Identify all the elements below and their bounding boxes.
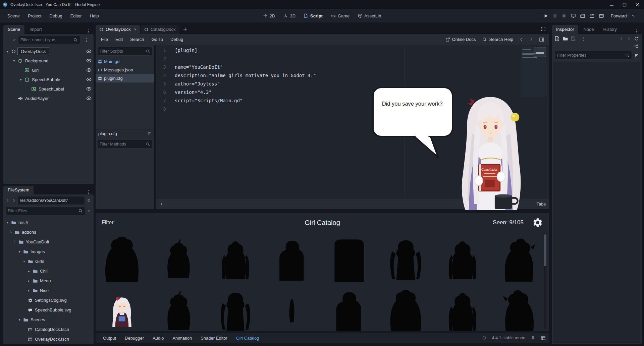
sort-members-icon[interactable] <box>147 131 152 136</box>
renderer-select[interactable]: Forward+ <box>608 12 638 20</box>
tab-node[interactable]: Node <box>579 25 598 34</box>
dock-menu-icon[interactable]: ⋮ <box>632 28 642 34</box>
girl-silhouette[interactable] <box>328 284 370 331</box>
girl-silhouette[interactable] <box>158 232 200 282</box>
close-button[interactable] <box>635 3 639 7</box>
code-line[interactable]: 1[plugin] <box>156 46 549 55</box>
menu-help[interactable]: Help <box>86 11 103 20</box>
new-tab-icon[interactable] <box>183 27 187 32</box>
dock-menu-icon[interactable]: ⋮ <box>84 28 94 34</box>
split-view-icon[interactable] <box>86 198 92 203</box>
tab-import[interactable]: Import <box>25 25 46 34</box>
fs-filter-input[interactable] <box>5 207 85 215</box>
context-2d[interactable]: 2D <box>260 12 279 20</box>
script-menu-search[interactable]: Search <box>127 36 147 43</box>
menu-debug[interactable]: Debug <box>45 11 66 20</box>
expand-bottom-panel-icon[interactable] <box>541 336 546 341</box>
sort-files-icon[interactable] <box>87 209 92 214</box>
girl-silhouette[interactable] <box>498 284 540 331</box>
visibility-eye-icon[interactable] <box>86 77 92 82</box>
visibility-eye-icon[interactable] <box>86 58 92 63</box>
filter-methods-input[interactable] <box>97 140 153 149</box>
nav-back-icon[interactable] <box>5 198 10 203</box>
girl-silhouette[interactable] <box>442 232 484 282</box>
code-line[interactable]: 4description="Anime girls motivate you i… <box>156 71 549 80</box>
add-node-button[interactable] <box>5 38 10 43</box>
save-resource-icon[interactable] <box>571 36 576 41</box>
minimap-viewport[interactable] <box>534 48 546 57</box>
code-minimap[interactable] <box>521 47 547 97</box>
fs-item-girls[interactable]: ▾Girls <box>3 256 94 266</box>
remote-debug-icon[interactable] <box>571 13 576 18</box>
object-connections-icon[interactable] <box>633 44 638 49</box>
tab-filesystem[interactable]: FileSystem <box>3 186 34 194</box>
menu-scene[interactable]: Scene <box>3 11 24 20</box>
filter-scripts-field[interactable] <box>100 49 146 54</box>
toggle-scripts-panel-icon[interactable] <box>539 37 544 42</box>
bottom-tab-shader-editor[interactable]: Shader Editor <box>197 334 231 342</box>
girl-silhouette[interactable] <box>385 232 427 282</box>
collapse-icon[interactable]: ▾ <box>11 59 17 63</box>
script-item-main-gd[interactable]: Main.gd <box>96 57 154 66</box>
notification-bell-icon[interactable] <box>482 336 487 340</box>
tab-catalogdock[interactable]: CatalogDock <box>141 25 179 34</box>
code-line[interactable]: 2 <box>156 55 549 63</box>
girl-silhouette[interactable] <box>385 284 427 331</box>
scene-filter-field[interactable] <box>20 38 73 42</box>
pause-button[interactable] <box>552 13 557 18</box>
nav-forward-icon[interactable] <box>11 198 16 203</box>
girl-silhouette[interactable] <box>215 232 257 282</box>
script-item-plugin-cfg[interactable]: plugin.cfg <box>96 74 154 82</box>
catalog-scrollbar-thumb[interactable] <box>544 234 546 266</box>
fs-item-chill[interactable]: ▸Chill <box>3 266 94 276</box>
scene-node-audioplayer[interactable]: AudioPlayer <box>3 94 94 103</box>
tab-inspector[interactable]: Inspector <box>552 25 578 34</box>
scene-node-speechbubble[interactable]: ▾ SpeechBubble <box>3 75 94 84</box>
fs-item-youcandoit[interactable]: └YouCanDoIt <box>3 237 94 247</box>
scene-node-girl[interactable]: Girl <box>3 65 94 75</box>
scene-node-speechlabel[interactable]: SpeechLabel <box>3 84 94 94</box>
scene-filter-input[interactable] <box>18 36 80 44</box>
stop-button[interactable] <box>561 13 567 18</box>
fs-path-input[interactable] <box>17 196 85 205</box>
fs-item-overlaydock-tscn[interactable]: OverlayDock.tscn <box>3 334 94 344</box>
fs-item-settingscog[interactable]: SettingsCog.svg <box>3 295 94 305</box>
fullscreen-icon[interactable] <box>541 26 546 32</box>
fs-item-addons[interactable]: └addons <box>3 227 94 237</box>
history-forward-icon[interactable] <box>529 37 534 42</box>
minimize-button[interactable] <box>610 3 614 7</box>
search-help-button[interactable]: Search Help <box>479 36 516 43</box>
girl-silhouette[interactable] <box>271 232 313 282</box>
girl-silhouette[interactable] <box>442 284 484 331</box>
visibility-eye-icon[interactable] <box>86 49 92 54</box>
fs-path-field[interactable] <box>20 198 83 203</box>
load-resource-folder-icon[interactable] <box>562 36 568 41</box>
fs-item-res[interactable]: ▾res:// <box>3 218 94 227</box>
scene-node-overlaydock[interactable]: ▾ OverlayDock <box>3 47 94 56</box>
menu-project[interactable]: Project <box>24 11 45 20</box>
tab-overlaydock[interactable]: OverlayDock × <box>96 25 140 34</box>
girl-catalog-unlocked-girl[interactable] <box>101 284 143 331</box>
scene-node-background[interactable]: ▾ Background <box>3 56 94 65</box>
menu-editor[interactable]: Editor <box>66 11 86 20</box>
property-sort-icon[interactable] <box>634 53 639 58</box>
context-game[interactable]: Game <box>327 12 353 20</box>
history-back-icon[interactable] <box>519 37 524 42</box>
girl-silhouette[interactable] <box>328 232 370 282</box>
dock-menu-icon[interactable]: ⋮ <box>84 189 94 194</box>
catalog-scrollbar[interactable] <box>544 234 546 329</box>
close-tab-icon[interactable]: × <box>134 27 137 32</box>
visibility-eye-icon[interactable] <box>86 86 92 92</box>
inspector-back-icon[interactable] <box>619 36 624 41</box>
fs-item-images[interactable]: ▾Images <box>3 247 94 256</box>
bottom-tab-animation[interactable]: Animation <box>168 334 196 342</box>
visibility-eye-icon[interactable] <box>86 67 92 73</box>
play-custom-scene-button[interactable] <box>589 13 595 18</box>
filter-properties-field[interactable] <box>557 53 625 58</box>
catalog-filter-input[interactable] <box>102 220 169 226</box>
movie-maker-icon[interactable] <box>599 13 604 18</box>
tabs-toggle[interactable]: Tabs <box>537 201 546 207</box>
script-menu-goto[interactable]: Go To <box>148 36 166 43</box>
scene-tools-menu-icon[interactable]: ⋮ <box>82 37 92 43</box>
girl-silhouette[interactable] <box>215 284 257 331</box>
